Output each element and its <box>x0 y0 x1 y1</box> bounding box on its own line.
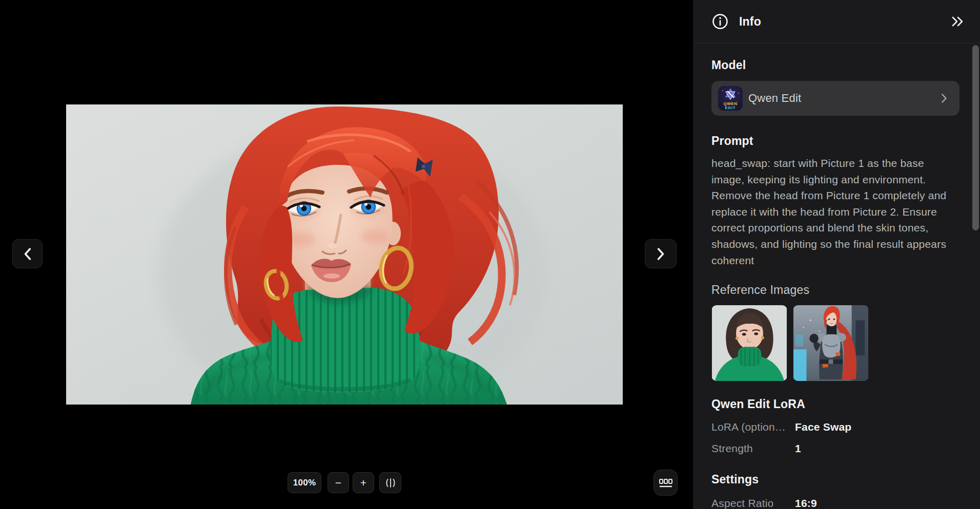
viewer-canvas: 100% − + <box>0 0 693 509</box>
reference-images-list <box>711 305 959 381</box>
chevron-right-icon <box>941 93 947 103</box>
model-selector[interactable]: QWEN EDIT Qwen Edit <box>711 81 959 116</box>
app-window: 100% − + <box>0 0 980 509</box>
aspect-ratio-value: 16:9 <box>795 497 817 509</box>
chevron-right-icon <box>656 247 665 261</box>
next-image-button[interactable] <box>645 239 677 268</box>
filmstrip-icon <box>659 477 672 489</box>
prompt-section-heading: Prompt <box>711 135 959 147</box>
aspect-ratio-label: Aspect Ratio <box>711 497 795 509</box>
reference-image-1[interactable] <box>711 305 787 381</box>
chevron-left-icon <box>23 247 32 261</box>
aspect-ratio-row: Aspect Ratio 16:9 <box>711 497 959 509</box>
model-section-heading: Model <box>711 59 959 71</box>
zoom-level-button[interactable]: 100% <box>288 472 321 493</box>
zoom-toolbar: 100% − + <box>288 472 401 493</box>
prompt-text: head_swap: start with Picture 1 as the b… <box>711 155 959 268</box>
info-panel-body: Model <box>693 59 980 509</box>
collapse-panel-button[interactable] <box>948 12 967 31</box>
lora-section-heading: Qwen Edit LoRA <box>711 398 959 410</box>
strength-row: Strength 1 <box>711 442 959 455</box>
info-panel: Info Model <box>693 0 980 509</box>
panel-title: Info <box>739 15 761 29</box>
reference-image-2[interactable] <box>793 305 869 381</box>
panel-scrollbar-thumb[interactable] <box>972 45 979 230</box>
zoom-out-button[interactable]: − <box>328 472 349 493</box>
previous-image-button[interactable] <box>12 239 43 268</box>
fit-to-screen-button[interactable] <box>379 472 401 493</box>
fit-width-icon <box>385 478 396 488</box>
settings-section-heading: Settings <box>711 473 959 485</box>
lora-row: LoRA (option… Face Swap <box>711 420 959 434</box>
reference-images-heading: Reference Images <box>711 284 959 296</box>
model-name: Qwen Edit <box>748 92 801 105</box>
lora-value: Face Swap <box>795 420 851 434</box>
strength-label: Strength <box>711 442 795 455</box>
portrait-illustration <box>66 104 623 405</box>
double-chevron-right-icon <box>951 15 964 28</box>
strength-value: 1 <box>795 442 801 455</box>
generated-image <box>66 104 623 405</box>
lora-label: LoRA (option… <box>711 420 795 434</box>
info-panel-header: Info <box>693 0 980 44</box>
qwen-edit-model-icon: QWEN EDIT <box>718 86 743 111</box>
filmstrip-toggle-button[interactable] <box>654 470 678 496</box>
svg-text:EDIT: EDIT <box>725 105 736 110</box>
info-icon <box>711 13 729 30</box>
zoom-in-button[interactable]: + <box>353 472 374 493</box>
